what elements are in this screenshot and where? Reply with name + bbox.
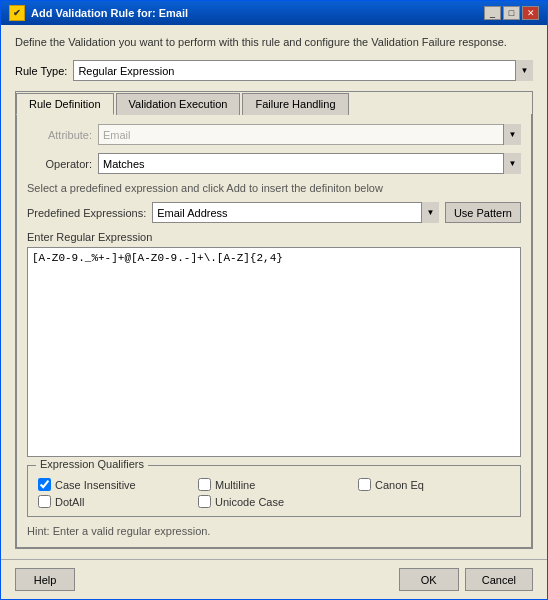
dotall-checkbox[interactable] bbox=[38, 495, 51, 508]
rule-type-label: Rule Type: bbox=[15, 65, 67, 77]
use-pattern-button[interactable]: Use Pattern bbox=[445, 202, 521, 223]
close-button[interactable]: ✕ bbox=[522, 6, 539, 20]
unicode-case-checkbox[interactable] bbox=[198, 495, 211, 508]
expression-label: Enter Regular Expression bbox=[27, 231, 521, 243]
operator-label: Operator: bbox=[27, 158, 92, 170]
unicode-case-label[interactable]: Unicode Case bbox=[215, 496, 284, 508]
bottom-right-buttons: OK Cancel bbox=[399, 568, 533, 591]
multiline-label[interactable]: Multiline bbox=[215, 479, 255, 491]
maximize-button[interactable]: □ bbox=[503, 6, 520, 20]
window-content: Define the Validation you want to perfor… bbox=[1, 25, 547, 559]
cancel-button[interactable]: Cancel bbox=[465, 568, 533, 591]
qualifiers-group: Expression Qualifiers Case Insensitive M… bbox=[27, 465, 521, 517]
qualifier-multiline: Multiline bbox=[198, 478, 350, 491]
rule-type-select[interactable]: Regular Expression bbox=[73, 60, 533, 81]
operator-row: Operator: Matches ▼ bbox=[27, 153, 521, 174]
rule-type-row: Rule Type: Regular Expression ▼ bbox=[15, 60, 533, 81]
title-bar: ✔ Add Validation Rule for: Email _ □ ✕ bbox=[1, 1, 547, 25]
tab-content-rule-definition: Attribute: Email ▼ Operator: Matches bbox=[16, 114, 532, 548]
operator-select-wrapper: Matches ▼ bbox=[98, 153, 521, 174]
help-button[interactable]: Help bbox=[15, 568, 75, 591]
window-icon: ✔ bbox=[9, 5, 25, 21]
description-text: Define the Validation you want to perfor… bbox=[15, 35, 533, 50]
multiline-checkbox[interactable] bbox=[198, 478, 211, 491]
canon-eq-checkbox[interactable] bbox=[358, 478, 371, 491]
tab-validation-execution[interactable]: Validation Execution bbox=[116, 93, 241, 115]
attribute-select[interactable]: Email bbox=[98, 124, 521, 145]
attribute-row: Attribute: Email ▼ bbox=[27, 124, 521, 145]
minimize-button[interactable]: _ bbox=[484, 6, 501, 20]
predefined-expressions-row: Predefined Expressions: Email Address ▼ … bbox=[27, 202, 521, 223]
main-window: ✔ Add Validation Rule for: Email _ □ ✕ D… bbox=[0, 0, 548, 600]
qualifiers-legend: Expression Qualifiers bbox=[36, 458, 148, 470]
operator-select[interactable]: Matches bbox=[98, 153, 521, 174]
window-title: Add Validation Rule for: Email bbox=[31, 7, 478, 19]
ok-button[interactable]: OK bbox=[399, 568, 459, 591]
rule-type-select-wrapper: Regular Expression ▼ bbox=[73, 60, 533, 81]
qualifiers-grid: Case Insensitive Multiline Canon Eq bbox=[38, 478, 510, 508]
bottom-bar: Help OK Cancel bbox=[1, 559, 547, 599]
expression-textarea[interactable]: [A-Z0-9._%+-]+@[A-Z0-9.-]+\.[A-Z]{2,4} bbox=[27, 247, 521, 457]
case-insensitive-label[interactable]: Case Insensitive bbox=[55, 479, 136, 491]
qualifier-dotall: DotAll bbox=[38, 495, 190, 508]
hint-bottom-text: Hint: Enter a valid regular expression. bbox=[27, 525, 521, 537]
qualifier-case-insensitive: Case Insensitive bbox=[38, 478, 190, 491]
predefined-expressions-select[interactable]: Email Address bbox=[152, 202, 439, 223]
predefined-expressions-label: Predefined Expressions: bbox=[27, 207, 146, 219]
canon-eq-label[interactable]: Canon Eq bbox=[375, 479, 424, 491]
attribute-label: Attribute: bbox=[27, 129, 92, 141]
tabs-header: Rule Definition Validation Execution Fai… bbox=[16, 92, 532, 114]
predefined-hint-text: Select a predefined expression and click… bbox=[27, 182, 521, 194]
qualifier-unicode-case: Unicode Case bbox=[198, 495, 350, 508]
case-insensitive-checkbox[interactable] bbox=[38, 478, 51, 491]
title-bar-buttons: _ □ ✕ bbox=[484, 6, 539, 20]
tab-rule-definition[interactable]: Rule Definition bbox=[16, 93, 114, 115]
predefined-expressions-select-wrapper: Email Address ▼ bbox=[152, 202, 439, 223]
tab-failure-handling[interactable]: Failure Handling bbox=[242, 93, 348, 115]
attribute-select-wrapper: Email ▼ bbox=[98, 124, 521, 145]
qualifier-canon-eq: Canon Eq bbox=[358, 478, 510, 491]
dotall-label[interactable]: DotAll bbox=[55, 496, 84, 508]
tabs-container: Rule Definition Validation Execution Fai… bbox=[15, 91, 533, 549]
